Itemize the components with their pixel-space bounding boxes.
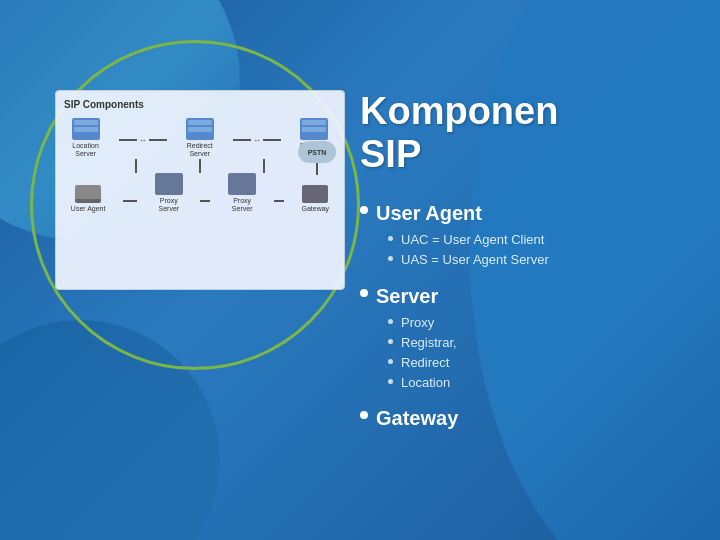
sub-dot-proxy — [388, 319, 393, 324]
uac-bullet: UAC = User Agent Client — [388, 231, 690, 249]
proxy-server-2-label: ProxyServer — [232, 197, 253, 214]
connector-line-3 — [274, 200, 284, 202]
location-bullet: Location — [388, 374, 690, 392]
server-section: Server Proxy Registrar, Redirect Locati — [360, 284, 690, 393]
proxy-text: Proxy — [401, 314, 434, 332]
sub-dot-registrar — [388, 339, 393, 344]
vertical-connectors — [64, 159, 336, 173]
bullet-dot-server — [360, 289, 368, 297]
user-agent-bullet: User Agent — [360, 201, 690, 225]
user-agent-section: User Agent UAC = User Agent Client UAS =… — [360, 201, 690, 269]
location-server-item: LocationServer — [72, 118, 100, 159]
proxy-server-1-item: ProxyServer — [155, 173, 183, 214]
sub-dot-redirect — [388, 359, 393, 364]
user-agent-item: User Agent — [71, 185, 106, 213]
pstn-label: PSTN — [308, 149, 327, 156]
sub-dot-uac — [388, 236, 393, 241]
user-agent-sub-bullets: UAC = User Agent Client UAS = User Agent… — [388, 231, 690, 269]
location-server-label: LocationServer — [72, 142, 98, 159]
proxy-server-1-label: ProxyServer — [159, 197, 180, 214]
registrar-server-icon — [300, 118, 328, 140]
sub-dot-location — [388, 379, 393, 384]
gateway-bullet: Gateway — [360, 406, 690, 430]
bullet-dot-gateway — [360, 411, 368, 419]
registrar-text: Registrar, — [401, 334, 457, 352]
user-agent-label: User Agent — [71, 205, 106, 213]
redirect-server-label: RedirectServer — [187, 142, 213, 159]
server-heading: Server — [376, 284, 438, 308]
server-bullet: Server — [360, 284, 690, 308]
location-server-icon — [72, 118, 100, 140]
server-sub-bullets: Proxy Registrar, Redirect Location — [388, 314, 690, 393]
diagram-top-row: LocationServer ↔ RedirectServer ↔ Regist… — [64, 118, 336, 159]
proxy-bullet: Proxy — [388, 314, 690, 332]
gateway-icon — [302, 185, 328, 203]
connector-line — [123, 200, 137, 202]
diagram-title: SIP Components — [64, 99, 336, 110]
user-agent-icon — [75, 185, 101, 203]
slide-background: SIP Components LocationServer ↔ Redirect… — [0, 0, 720, 540]
sip-diagram-box: SIP Components LocationServer ↔ Redirect… — [55, 90, 345, 290]
diagram-bottom-row: User Agent ProxyServer ProxyServer Gatew… — [64, 173, 336, 214]
redirect-server-icon — [186, 118, 214, 140]
redirect-text: Redirect — [401, 354, 449, 372]
gateway-item: Gateway — [302, 185, 330, 213]
pstn-cloud: PSTN — [298, 141, 336, 163]
gateway-section: Gateway — [360, 406, 690, 436]
gateway-label: Gateway — [302, 205, 330, 213]
uas-bullet: UAS = User Agent Server — [388, 251, 690, 269]
pstn-connector — [316, 163, 318, 175]
location-text: Location — [401, 374, 450, 392]
proxy-server-1-icon — [155, 173, 183, 195]
slide-title: Komponen SIP — [360, 90, 690, 177]
proxy-server-2-icon — [228, 173, 256, 195]
content-area: Komponen SIP User Agent UAC = User Agent… — [340, 0, 720, 540]
pstn-area: PSTN — [298, 141, 336, 175]
gateway-heading: Gateway — [376, 406, 458, 430]
uac-text: UAC = User Agent Client — [401, 231, 544, 249]
bullet-dot-ua — [360, 206, 368, 214]
redirect-bullet: Redirect — [388, 354, 690, 372]
proxy-server-2-item: ProxyServer — [228, 173, 256, 214]
sub-dot-uas — [388, 256, 393, 261]
registrar-bullet: Registrar, — [388, 334, 690, 352]
connector-line-2 — [200, 200, 210, 202]
user-agent-heading: User Agent — [376, 201, 482, 225]
uas-text: UAS = User Agent Server — [401, 251, 549, 269]
redirect-server-item: RedirectServer — [186, 118, 214, 159]
